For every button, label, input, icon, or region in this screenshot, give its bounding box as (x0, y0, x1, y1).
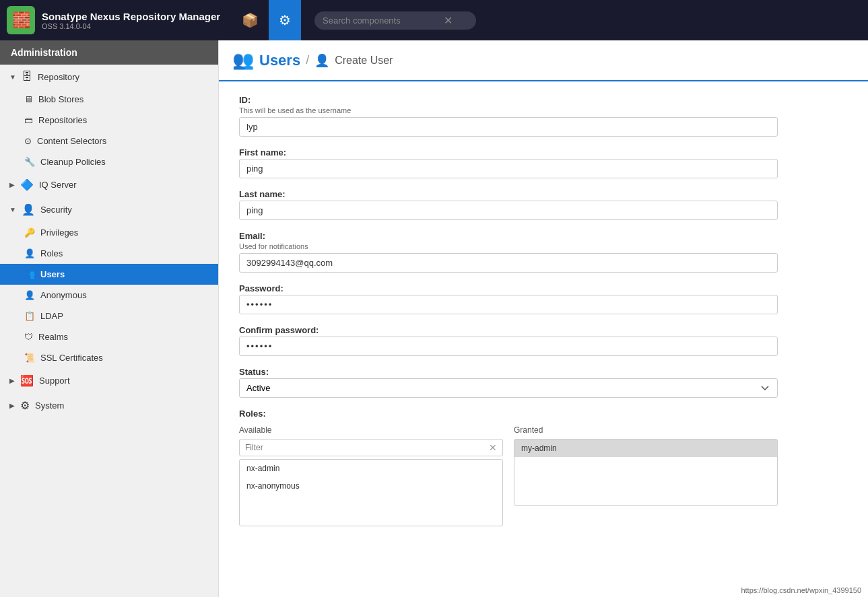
blob-stores-icon: 🖥 (24, 94, 33, 104)
roles-grid: Available ✕ nx-admin nx-anonymous Grante… (239, 425, 778, 526)
system-icon: ⚙ (20, 399, 30, 412)
browse-icon-btn[interactable]: 📦 (234, 0, 266, 40)
breadcrumb-users-icon: 👥 (232, 50, 254, 71)
email-label: Email: (239, 231, 778, 241)
id-hint: This will be used as the username (239, 106, 778, 114)
app-title-group: Sonatype Nexus Repository Manager OSS 3.… (42, 11, 220, 30)
anonymous-label: Anonymous (40, 290, 87, 300)
security-group-icon: 👤 (22, 203, 35, 216)
repository-group-label: Repository (38, 72, 79, 82)
id-input[interactable] (239, 117, 778, 137)
confirm-password-label: Confirm password: (239, 325, 778, 335)
sidebar-group-system[interactable]: ▶ ⚙ System (0, 393, 218, 418)
sidebar-item-roles[interactable]: 👤 Roles (0, 243, 218, 264)
breadcrumb: 👥 Users / 👤 Create User (219, 40, 868, 81)
email-field-group: Email: Used for notifications (239, 231, 778, 273)
roles-filter: ✕ (239, 439, 503, 456)
topbar: 🧱 Sonatype Nexus Repository Manager OSS … (0, 0, 868, 40)
sidebar-group-security[interactable]: ▼ 👤 Security (0, 197, 218, 222)
password-field-group: Password: (239, 283, 778, 314)
admin-icon-btn[interactable]: ⚙ (269, 0, 301, 40)
first-name-field-group: First name: (239, 147, 778, 178)
system-label: System (35, 400, 64, 411)
sidebar-item-ssl-certificates[interactable]: 📜 SSL Certificates (0, 347, 218, 368)
status-url: https://blog.csdn.net/wpxin_4399150 (741, 586, 861, 594)
roles-label: Roles (40, 248, 63, 258)
status-label: Status: (239, 367, 778, 377)
first-name-input[interactable] (239, 159, 778, 178)
search-clear-icon[interactable]: ✕ (444, 14, 453, 27)
content-area: 👥 Users / 👤 Create User ID: This will be… (219, 40, 868, 597)
last-name-input[interactable] (239, 201, 778, 220)
chevron-down-icon-security: ▼ (9, 206, 16, 213)
sidebar-item-blob-stores[interactable]: 🖥 Blob Stores (0, 89, 218, 110)
last-name-field-group: Last name: (239, 189, 778, 220)
available-roles-col: Available ✕ nx-admin nx-anonymous (239, 425, 503, 526)
sidebar-group-support[interactable]: ▶ 🆘 Support (0, 368, 218, 393)
id-field-group: ID: This will be used as the username (239, 95, 778, 137)
confirm-password-input[interactable] (239, 337, 778, 356)
app-logo: 🧱 (7, 6, 35, 34)
security-section: 🔑 Privileges 👤 Roles 👥 Users 👤 Anonymous… (0, 222, 218, 368)
sidebar-item-privileges[interactable]: 🔑 Privileges (0, 222, 218, 243)
app-version: OSS 3.14.0-04 (42, 22, 220, 30)
realms-icon: 🛡 (24, 332, 33, 342)
granted-label: Granted (514, 425, 778, 435)
roles-section: Roles: Available ✕ nx-admin nx-anonymous (239, 409, 778, 526)
granted-role-my-admin[interactable]: my-admin (514, 440, 777, 457)
breadcrumb-create-text: Create User (335, 55, 393, 67)
content-selectors-icon: ⊙ (24, 136, 32, 146)
status-field-group: Status: Active Disabled (239, 367, 778, 398)
id-label: ID: (239, 95, 778, 105)
repository-group-icon: 🗄 (22, 71, 32, 83)
cleanup-policies-label: Cleanup Policies (40, 157, 106, 167)
create-user-form: ID: This will be used as the username Fi… (219, 81, 798, 540)
users-icon: 👥 (24, 269, 35, 279)
support-icon: 🆘 (20, 374, 34, 387)
password-input[interactable] (239, 295, 778, 314)
blob-stores-label: Blob Stores (38, 94, 84, 104)
sidebar-group-iq-server[interactable]: ▶ 🔷 IQ Server (0, 172, 218, 197)
sidebar-header: Administration (0, 40, 218, 65)
email-hint: Used for notifications (239, 242, 778, 250)
role-item-nx-anonymous[interactable]: nx-anonymous (240, 477, 502, 495)
iq-server-label: IQ Server (39, 180, 77, 190)
breadcrumb-separator: / (306, 53, 309, 67)
ssl-icon: 📜 (24, 353, 35, 363)
support-label: Support (39, 376, 70, 386)
sidebar-item-users[interactable]: 👥 Users (0, 264, 218, 285)
privileges-label: Privileges (40, 227, 78, 238)
password-label: Password: (239, 283, 778, 293)
sidebar-item-cleanup-policies[interactable]: 🔧 Cleanup Policies (0, 151, 218, 172)
chevron-right-system-icon: ▶ (9, 402, 15, 409)
search-input[interactable] (323, 15, 444, 26)
status-select[interactable]: Active Disabled (239, 378, 778, 398)
sidebar-item-content-selectors[interactable]: ⊙ Content Selectors (0, 131, 218, 151)
realms-label: Realms (38, 332, 68, 342)
chevron-right-icon: ▶ (9, 181, 15, 188)
breadcrumb-users-text[interactable]: Users (259, 52, 300, 69)
chevron-down-icon: ▼ (9, 73, 16, 81)
privileges-icon: 🔑 (24, 227, 35, 238)
sidebar-item-ldap[interactable]: 📋 LDAP (0, 306, 218, 326)
ssl-label: SSL Certificates (40, 353, 103, 363)
roles-filter-input[interactable] (245, 443, 489, 452)
roles-filter-clear-icon[interactable]: ✕ (489, 442, 497, 453)
chevron-right-support-icon: ▶ (9, 377, 15, 384)
sidebar-item-realms[interactable]: 🛡 Realms (0, 326, 218, 347)
users-label: Users (40, 269, 65, 279)
sidebar-item-anonymous[interactable]: 👤 Anonymous (0, 285, 218, 306)
sidebar-group-repository[interactable]: ▼ 🗄 Repository (0, 65, 218, 89)
last-name-label: Last name: (239, 189, 778, 199)
cleanup-policies-icon: 🔧 (24, 157, 35, 167)
iq-server-icon: 🔷 (20, 178, 34, 191)
email-input[interactable] (239, 253, 778, 273)
breadcrumb-create-icon: 👤 (314, 53, 329, 68)
ldap-label: LDAP (40, 311, 63, 321)
granted-roles-list: my-admin (514, 439, 778, 506)
confirm-password-field-group: Confirm password: (239, 325, 778, 356)
repositories-icon: 🗃 (24, 115, 33, 125)
sidebar-item-repositories[interactable]: 🗃 Repositories (0, 110, 218, 131)
repositories-label: Repositories (38, 115, 87, 125)
role-item-nx-admin[interactable]: nx-admin (240, 460, 502, 477)
